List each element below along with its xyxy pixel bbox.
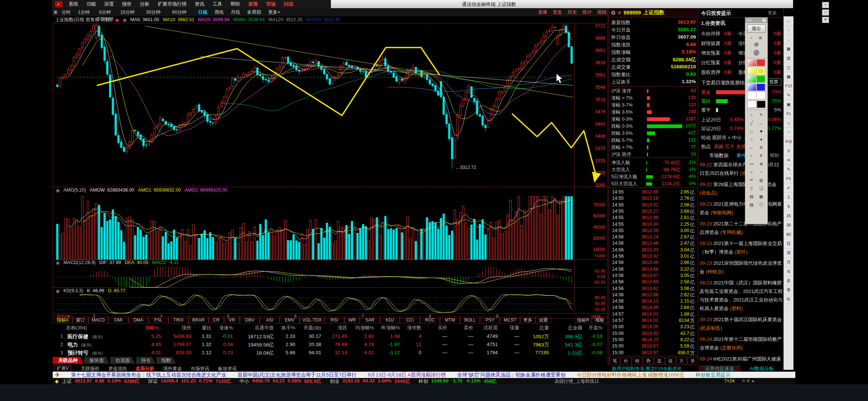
palette-titlebar[interactable]: Poi [745,17,767,23]
pane-label-part: D: 65.77 [108,288,125,294]
tool-icon-1-1[interactable]: → [757,119,766,127]
amo-indicator-label: ◉AMO(5,20)AMOW: 62883436.00AMO1: 6593983… [56,188,227,193]
color-solid-2[interactable] [757,76,765,82]
tool-icon-9-1[interactable]: ❏ [757,185,766,192]
pane-label-part: AMO1: 65939832.00 [138,188,181,193]
pane-label-part: K: 46.99 [87,288,104,294]
tool-icon-2-1[interactable]: ■ [757,127,766,135]
color-gradient-4[interactable] [748,92,756,99]
tool-icon-1-0[interactable]: ╱ [747,119,756,127]
palette-colors [745,58,767,110]
drawing-tool-palette[interactable]: Poi退出～✎╱→□■○●↔A✓✗▭⊕＋−↶▥▯❏▤▦▨ⓘ [745,17,768,224]
pane-label-part: AMO(5,20) [63,188,86,193]
tool-icon-4-1[interactable]: A [757,144,766,151]
tool-icon-10-0[interactable]: ▤ [747,193,756,200]
macd-indicator-label: ◉MACD(12,26,9)DIF: 37.99DEA: 40.05MACD: … [56,260,178,265]
tool-icon-3-1[interactable]: ● [757,136,766,143]
pane-label-part: ◉ [56,288,60,294]
tool-icon-6-0[interactable]: ▭ [747,160,756,167]
color-solid-3[interactable] [757,84,765,91]
color-solid-0[interactable] [757,59,765,66]
pane-label-part: ◉ [56,260,60,265]
pane-label-part: KD(9,3,3) [63,288,83,294]
color-solid-1[interactable] [757,68,765,74]
desktop: 通达信金融终端 上证指数 ─ □ ✕ ✓ 系统功能深度报价分析扩展市场行情资讯工… [0,0,868,401]
tool-icon-2-0[interactable]: □ [747,127,756,135]
tool-icon-9-0[interactable]: ▯ [747,185,756,192]
taskbar: e▤⊞✉◎KX◆>_▦24°C 多云^◁))16:492021/9/20 [0,384,868,401]
pen-size-option[interactable] [751,37,752,39]
tool-icon-0-0[interactable]: ～ [747,111,756,118]
palette-tools: ～✎╱→□■○●↔A✓✗▭⊕＋−↶▥▯❏▤▦▨ⓘ [745,110,767,209]
tool-icon-11-1[interactable]: ⓘ [757,201,766,208]
tool-icon-6-1[interactable]: ⊕ [757,160,766,167]
price-chart-canvas [0,0,868,401]
color-gradient-0[interactable] [748,59,756,66]
tool-icon-5-1[interactable]: ✗ [757,152,766,159]
tool-icon-0-1[interactable]: ✎ [757,111,766,118]
pane-label-part: MACD(12,26,9) [63,260,96,265]
color-gradient-2[interactable] [748,76,756,82]
tool-icon-8-0[interactable]: ↶ [747,176,756,184]
palette-exit-button[interactable]: 退出 [747,25,766,33]
pane-label-part: DIF: 37.99 [99,260,121,265]
kd-indicator-label: ◉KD(9,3,3)K: 46.99D: 65.77 [56,288,125,294]
pen-size-option[interactable] [753,50,759,56]
color-gradient-1[interactable] [748,68,756,74]
pane-label-part: DEA: 40.05 [125,260,148,265]
palette-minimize-icon[interactable] [762,18,767,23]
tool-icon-8-1[interactable]: ▥ [757,176,766,184]
pen-size-option[interactable] [754,42,759,47]
tool-icon-4-0[interactable]: ↔ [747,144,756,151]
palette-title: Poi [747,19,752,22]
pen-size-option[interactable] [759,36,762,39]
color-solid-4[interactable] [757,92,765,99]
palette-dot-sizes [745,34,767,58]
tool-icon-5-0[interactable]: ✓ [747,152,756,159]
color-gradient-3[interactable] [748,84,756,91]
tool-icon-7-1[interactable]: − [757,168,766,176]
pane-label-part: MACD: -4.11 [152,260,178,265]
pane-label-part: AMOW: 62883436.00 [90,188,134,193]
tool-icon-7-0[interactable]: ＋ [747,168,756,176]
color-white[interactable] [747,100,756,108]
tool-icon-3-0[interactable]: ○ [747,136,756,143]
tool-icon-11-0[interactable]: ▨ [747,201,756,208]
pane-label-part: ◉ [56,188,60,193]
tool-icon-10-1[interactable]: ▦ [757,193,766,200]
color-black[interactable] [757,101,765,108]
pane-label-part: AMO2: 66999320.00 [184,188,227,193]
